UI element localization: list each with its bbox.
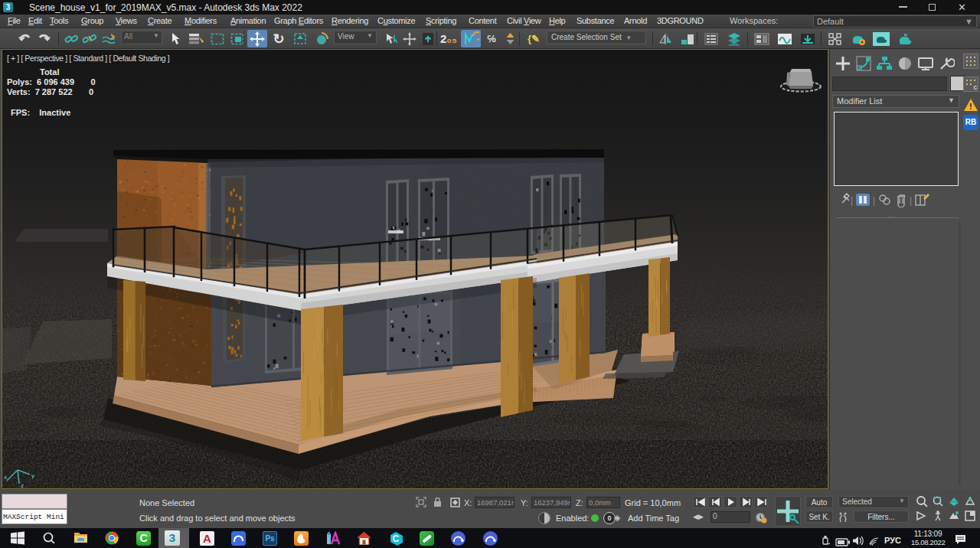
svg-text:|: | <box>873 195 875 206</box>
svg-text:z: z <box>21 482 24 488</box>
svg-text:C: C <box>393 533 400 544</box>
svg-text:!: ! <box>969 102 972 111</box>
svg-text:|: | <box>910 195 912 206</box>
svg-text:x: x <box>4 474 7 481</box>
svg-text:|: | <box>851 195 853 206</box>
svg-text:y: y <box>31 472 34 479</box>
